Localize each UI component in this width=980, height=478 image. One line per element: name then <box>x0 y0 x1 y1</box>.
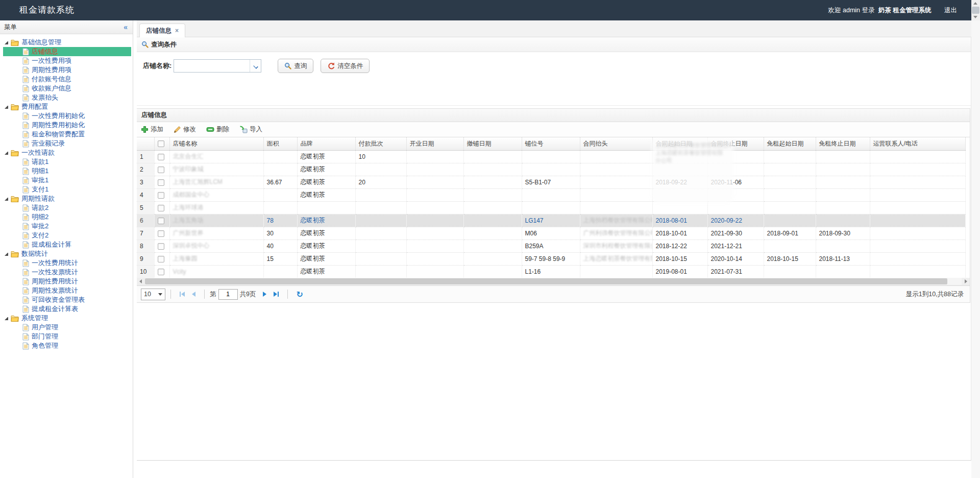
undo-icon <box>327 62 335 69</box>
tree-item[interactable]: 一次性费用统计 <box>3 258 133 268</box>
tree-item[interactable]: 店铺信息 <box>3 47 131 56</box>
scroll-right-icon[interactable] <box>962 278 970 285</box>
tree-item[interactable]: 周期性费用统计 <box>3 277 133 286</box>
tree-item[interactable]: 请款2 <box>3 203 133 212</box>
next-page-button[interactable] <box>263 292 266 297</box>
hscrollbar-thumb[interactable] <box>145 278 947 284</box>
expand-icon[interactable] <box>5 197 8 201</box>
tree-item[interactable]: 部门管理 <box>3 332 133 341</box>
row-checkbox[interactable] <box>158 166 164 173</box>
row-number-cell: 8 <box>137 240 154 252</box>
tree-item[interactable]: 周期性发票统计 <box>3 286 133 295</box>
expand-icon[interactable] <box>5 151 8 155</box>
row-checkbox[interactable] <box>158 230 164 237</box>
tree-item[interactable]: 支付2 <box>3 231 133 240</box>
edit-button[interactable]: 修改 <box>174 125 196 134</box>
expand-icon[interactable] <box>5 105 8 109</box>
cell-area <box>263 163 297 176</box>
cell-end: 2021-09-30 <box>707 227 764 240</box>
tree-item[interactable]: 周期性费用项 <box>3 65 133 75</box>
tree-item[interactable]: 明细1 <box>3 166 133 176</box>
tree-folder[interactable]: 系统管理 <box>3 314 133 323</box>
expand-icon[interactable] <box>5 252 8 256</box>
row-checkbox[interactable] <box>158 243 164 250</box>
column-header: 店铺名称 <box>169 137 263 150</box>
tree-item[interactable]: 明细2 <box>3 212 133 222</box>
tree-item[interactable]: 用户管理 <box>3 323 133 332</box>
first-page-button[interactable] <box>180 292 185 297</box>
table-row[interactable]: 4成都国金中心恋暖初茶 <box>137 188 965 201</box>
row-checkbox[interactable] <box>158 192 164 199</box>
table-row[interactable]: 2宁波印象城恋暖初茶 <box>137 163 965 176</box>
column-header: 免租终止日期 <box>816 137 870 150</box>
app-title: 租金请款系统 <box>19 0 75 20</box>
tree-item[interactable]: 收款账户信息 <box>3 84 133 93</box>
row-checkbox[interactable] <box>158 269 164 275</box>
tree-item[interactable]: 一次性费用初始化 <box>3 111 133 121</box>
expand-icon[interactable] <box>5 317 8 320</box>
page-scrollbar[interactable] <box>971 0 980 478</box>
refresh-icon[interactable]: ↻ <box>296 290 303 299</box>
tree-item[interactable]: 角色管理 <box>3 341 133 350</box>
scroll-down-icon[interactable] <box>971 14 980 20</box>
chevron-down-icon[interactable] <box>250 60 261 72</box>
table-row[interactable]: 10Vcity恋暖初茶L1-162019-08-012021-07-31 <box>137 265 965 278</box>
row-number-cell: 7 <box>137 227 154 240</box>
scroll-up-icon[interactable] <box>971 0 980 7</box>
shop-name-combobox[interactable] <box>174 59 261 73</box>
row-checkbox[interactable] <box>158 218 164 224</box>
tree-item[interactable]: 可回收资金管理表 <box>3 295 133 304</box>
last-page-button[interactable] <box>274 292 279 297</box>
table-row[interactable]: 8深圳卓悦中心40恋暖初茶B259A深圳市利程餐饮管理有限公2018-12-22… <box>137 240 965 252</box>
scrollbar-thumb[interactable] <box>972 7 979 14</box>
import-button[interactable]: 导入 <box>239 125 262 134</box>
add-button[interactable]: 添加 <box>141 125 163 134</box>
prev-page-button[interactable] <box>192 292 195 297</box>
tree-folder[interactable]: 周期性请款 <box>3 194 133 203</box>
tree-item[interactable]: 提成租金计算表 <box>3 304 133 314</box>
table-row[interactable]: 5上海环球港 <box>137 201 965 214</box>
tab-shop-info[interactable]: 店铺信息× <box>139 23 185 38</box>
tree-item[interactable]: 发票抬头 <box>3 93 133 102</box>
select-all-checkbox[interactable] <box>158 140 164 147</box>
row-checkbox[interactable] <box>158 179 164 186</box>
row-checkbox[interactable] <box>158 154 164 160</box>
page-size-select[interactable]: 10 <box>141 289 165 300</box>
tree-folder[interactable]: 一次性请款 <box>3 148 133 157</box>
tree-item[interactable]: 周期性费用初始化 <box>3 121 133 130</box>
tree-folder[interactable]: 基础信息管理 <box>3 38 133 47</box>
search-button[interactable]: 查询 <box>278 59 313 73</box>
tree-item[interactable]: 提成租金计算 <box>3 240 133 249</box>
row-checkbox[interactable] <box>158 205 164 211</box>
expand-icon[interactable] <box>5 41 8 44</box>
table-row[interactable]: 3上海晋汇旭辉LCM36.67恋暖初茶20S5-B1-072018-09-222… <box>137 176 965 188</box>
page-number-input[interactable] <box>218 289 238 300</box>
table-row[interactable]: 9上海豫园15恋暖初茶59-7 59-8 59-9上海恋暖初茶餐饮管理有限201… <box>137 252 965 265</box>
clear-conditions-button[interactable]: 清空条件 <box>321 59 370 73</box>
row-checkbox[interactable] <box>158 256 164 262</box>
tree-item[interactable]: 一次性费用项 <box>3 56 133 65</box>
tree-item-label: 角色管理 <box>32 341 58 350</box>
collapse-sidebar-icon[interactable]: « <box>124 20 128 34</box>
tree-folder[interactable]: 费用配置 <box>3 102 133 111</box>
logout-link[interactable]: 退出 <box>944 7 957 14</box>
table-row[interactable]: 1北京合生汇恋暖初茶10 <box>137 150 965 163</box>
tree-item[interactable]: 付款账号信息 <box>3 75 133 84</box>
tree-item[interactable]: 一次性发票统计 <box>3 268 133 277</box>
tree-item[interactable]: 请款1 <box>3 157 133 166</box>
tree-item[interactable]: 支付1 <box>3 185 133 194</box>
cell-close <box>463 188 522 201</box>
table-row[interactable]: 6上海五角场78恋暖初茶LG147上海拍档餐饮管理有限公司2018-08-012… <box>137 214 965 227</box>
tree-item[interactable]: 营业额记录 <box>3 139 133 148</box>
tree-item[interactable]: 审批2 <box>3 222 133 231</box>
tree-item[interactable]: 审批1 <box>3 176 133 185</box>
scroll-left-icon[interactable] <box>137 278 145 285</box>
tree-item[interactable]: 租金和物管费配置 <box>3 130 133 139</box>
delete-button[interactable]: 删除 <box>206 125 229 134</box>
tree-folder[interactable]: 数据统计 <box>3 249 133 258</box>
close-icon[interactable]: × <box>175 27 179 34</box>
cell-free-end <box>816 150 870 163</box>
horizontal-scrollbar[interactable] <box>137 278 970 285</box>
table-row[interactable]: 7广州新世界30恋暖初茶M06广州利强餐饮管理有限公司2018-10-01202… <box>137 227 965 240</box>
shop-name-input[interactable] <box>174 60 250 72</box>
